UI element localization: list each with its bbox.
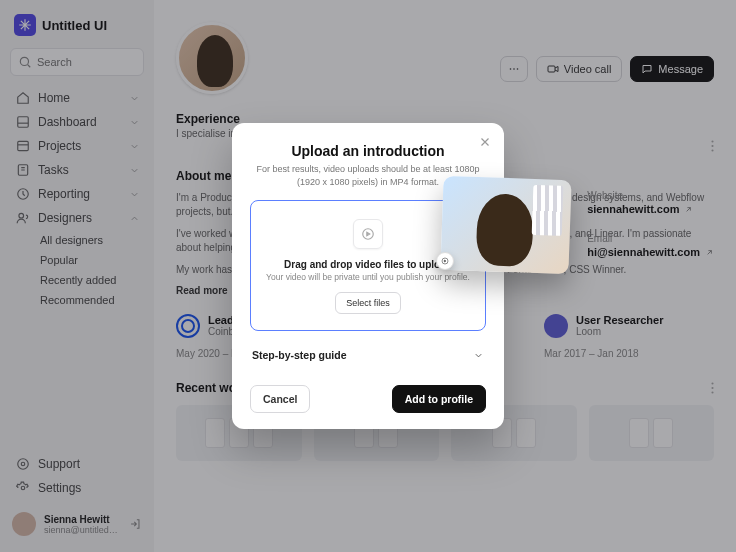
dz-sub: Your video will be private until you pub… (261, 272, 475, 282)
close-icon[interactable] (478, 135, 492, 149)
modal-overlay: Upload an introduction For best results,… (0, 0, 736, 552)
modal-title: Upload an introduction (250, 143, 486, 159)
chevron-down-icon (473, 350, 484, 361)
guide-toggle[interactable]: Step-by-step guide (250, 345, 486, 365)
add-to-profile-button[interactable]: Add to profile (392, 385, 486, 413)
play-icon (353, 219, 383, 249)
upload-modal: Upload an introduction For best results,… (232, 123, 504, 429)
cancel-button[interactable]: Cancel (250, 385, 310, 413)
dragged-video-preview[interactable] (440, 176, 571, 274)
select-files-button[interactable]: Select files (335, 292, 401, 314)
play-badge-icon (436, 252, 454, 270)
modal-actions: Cancel Add to profile (250, 385, 486, 413)
guide-label: Step-by-step guide (252, 349, 347, 361)
